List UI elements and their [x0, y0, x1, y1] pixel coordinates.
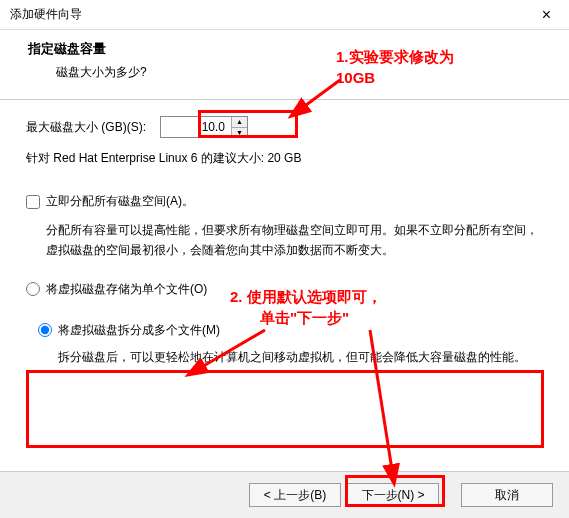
storage-split-radio[interactable]: [38, 323, 52, 337]
spinner-up-icon[interactable]: ▲: [232, 117, 247, 128]
disk-size-row: 最大磁盘大小 (GB)(S): ▲ ▼: [26, 116, 543, 138]
storage-split-row: 将虚拟磁盘拆分成多个文件(M): [38, 322, 531, 339]
wizard-footer: < 上一步(B) 下一步(N) > 取消: [0, 471, 569, 518]
spinner-down-icon[interactable]: ▼: [232, 128, 247, 138]
storage-single-row: 将虚拟磁盘存储为单个文件(O): [26, 281, 543, 298]
allocate-desc: 分配所有容量可以提高性能，但要求所有物理磁盘空间立即可用。如果不立即分配所有空间…: [46, 220, 543, 261]
disk-size-label: 最大磁盘大小 (GB)(S):: [26, 119, 146, 136]
close-icon[interactable]: ×: [534, 6, 559, 24]
titlebar: 添加硬件向导 ×: [0, 0, 569, 30]
cancel-button[interactable]: 取消: [461, 483, 553, 507]
next-button[interactable]: 下一步(N) >: [347, 483, 439, 507]
allocate-checkbox[interactable]: [26, 195, 40, 209]
allocate-label: 立即分配所有磁盘空间(A)。: [46, 193, 194, 210]
back-button[interactable]: < 上一步(B): [249, 483, 341, 507]
wizard-body: 最大磁盘大小 (GB)(S): ▲ ▼ 针对 Red Hat Enterpris…: [0, 100, 569, 383]
storage-split-desc: 拆分磁盘后，可以更轻松地在计算机之间移动虚拟机，但可能会降低大容量磁盘的性能。: [58, 347, 531, 367]
storage-single-label: 将虚拟磁盘存储为单个文件(O): [46, 281, 207, 298]
wizard-header: 指定磁盘容量 磁盘大小为多少?: [0, 30, 569, 100]
page-subtitle: 磁盘大小为多少?: [56, 64, 549, 81]
page-title: 指定磁盘容量: [28, 40, 549, 58]
allocate-row: 立即分配所有磁盘空间(A)。: [26, 193, 543, 210]
storage-split-label: 将虚拟磁盘拆分成多个文件(M): [58, 322, 220, 339]
disk-size-input-wrap: ▲ ▼: [160, 116, 248, 138]
recommend-text: 针对 Red Hat Enterprise Linux 6 的建议大小: 20 …: [26, 150, 543, 167]
disk-size-spinner: ▲ ▼: [231, 117, 247, 137]
storage-single-radio[interactable]: [26, 282, 40, 296]
storage-split-block: 将虚拟磁盘拆分成多个文件(M) 拆分磁盘后，可以更轻松地在计算机之间移动虚拟机，…: [26, 312, 543, 383]
disk-size-input[interactable]: [161, 117, 231, 137]
window-title: 添加硬件向导: [10, 6, 82, 23]
